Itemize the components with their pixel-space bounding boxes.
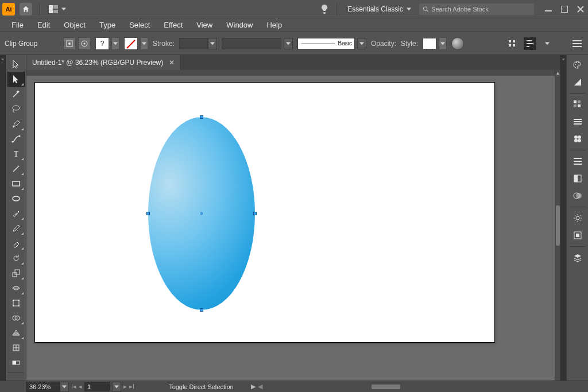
anchor-bottom[interactable]: [200, 308, 203, 312]
curvature-tool[interactable]: [8, 132, 24, 146]
close-button[interactable]: [575, 4, 586, 14]
stroke-swatch-none[interactable]: [124, 37, 138, 50]
home-button[interactable]: [20, 3, 32, 15]
color-panel[interactable]: [570, 57, 586, 72]
var-width-profile[interactable]: [222, 38, 293, 49]
artboard-number-input[interactable]: 1: [84, 382, 110, 391]
transform-chevron[interactable]: [541, 37, 554, 50]
menu-select[interactable]: Select: [122, 19, 157, 31]
maximize-button[interactable]: [559, 4, 570, 14]
fill-control[interactable]: ?: [95, 37, 119, 50]
document-tab[interactable]: Untitled-1* @ 36.23% (RGB/GPU Preview) ✕: [26, 55, 181, 70]
svg-rect-21: [15, 270, 20, 274]
status-tooltip: Toggle Direct Selection: [169, 383, 234, 390]
workspace-switcher[interactable]: Essentials Classic: [344, 4, 415, 14]
recolor-artwork-button[interactable]: [451, 37, 464, 50]
arrange-documents-button[interactable]: [47, 4, 68, 14]
type-tool[interactable]: T: [8, 147, 24, 161]
window-controls: [543, 4, 586, 14]
stroke-weight-input[interactable]: [179, 38, 217, 49]
graphic-style-control[interactable]: [423, 37, 447, 50]
rectangle-tool[interactable]: [8, 177, 24, 191]
transparency-panel[interactable]: [570, 188, 586, 203]
free-transform-tool[interactable]: [8, 296, 24, 310]
rotate-tool[interactable]: [8, 251, 24, 265]
brush-definition[interactable]: Basic: [297, 38, 366, 49]
pencil-tool[interactable]: [8, 222, 24, 235]
perspective-tool[interactable]: [8, 326, 24, 340]
menu-object[interactable]: Object: [57, 19, 92, 31]
canvas[interactable]: ▲: [26, 70, 560, 381]
stock-search[interactable]: [419, 3, 534, 15]
status-chevrons[interactable]: ▶◀: [251, 383, 262, 390]
horizontal-scroll-thumb[interactable]: [372, 385, 400, 389]
anchor-left[interactable]: [146, 212, 150, 215]
edit-contents-button[interactable]: [63, 37, 76, 50]
nav-first-icon[interactable]: I◂: [71, 383, 76, 390]
width-tool[interactable]: [8, 281, 24, 295]
gradient-tool[interactable]: [8, 356, 24, 370]
menu-file[interactable]: File: [5, 19, 30, 31]
artboard-chevron[interactable]: [112, 382, 121, 392]
selection-tool[interactable]: [8, 57, 24, 71]
left-dock-collapse[interactable]: »: [0, 55, 6, 381]
stock-search-input[interactable]: [431, 6, 531, 13]
appearance-panel[interactable]: [570, 211, 586, 226]
artboard[interactable]: [35, 83, 494, 342]
shape-builder-tool[interactable]: [8, 311, 24, 325]
stroke-panel[interactable]: [570, 154, 586, 169]
panel-menu-button[interactable]: [571, 37, 583, 50]
anchor-center[interactable]: [200, 212, 203, 215]
ellipse-tool[interactable]: [8, 192, 24, 205]
pen-tool[interactable]: [8, 117, 24, 131]
transform-button[interactable]: [524, 37, 536, 50]
magic-wand-tool[interactable]: [8, 87, 24, 101]
nav-next-icon[interactable]: ▸: [123, 383, 127, 390]
anchor-right[interactable]: [253, 212, 257, 215]
scroll-thumb[interactable]: [556, 205, 560, 246]
canvas-ruler-gutter: [26, 70, 555, 76]
gradient-panel[interactable]: [570, 171, 586, 186]
menu-window[interactable]: Window: [219, 19, 260, 31]
right-dock-collapse[interactable]: «: [560, 55, 566, 381]
menu-view[interactable]: View: [189, 19, 219, 31]
vertical-scrollbar[interactable]: ▲: [555, 70, 560, 381]
svg-point-19: [13, 196, 20, 201]
menu-type[interactable]: Type: [92, 19, 122, 31]
fill-swatch[interactable]: ?: [95, 37, 109, 50]
minimize-button[interactable]: [543, 4, 554, 14]
brushes-panel[interactable]: [570, 114, 586, 129]
zoom-display[interactable]: 36.23%: [26, 382, 60, 392]
menu-help[interactable]: Help: [260, 19, 289, 31]
anchor-top[interactable]: [200, 115, 203, 119]
swatches-panel[interactable]: [570, 97, 586, 112]
align-button[interactable]: [506, 37, 519, 50]
discover-icon[interactable]: [319, 4, 330, 14]
lasso-tool[interactable]: [8, 102, 24, 116]
graphic-styles-panel[interactable]: [570, 228, 586, 243]
direct-selection-tool[interactable]: [8, 72, 24, 86]
workspace: » T Untitled-1* @ 36.23% (RGB/GPU Previe…: [0, 55, 588, 381]
nav-prev-icon[interactable]: ◂: [79, 383, 82, 390]
svg-rect-36: [578, 100, 581, 103]
stroke-control[interactable]: [124, 37, 148, 50]
nav-last-icon[interactable]: ▸I: [129, 383, 134, 390]
mesh-tool[interactable]: [8, 341, 24, 355]
style-swatch[interactable]: [423, 38, 436, 49]
scale-tool[interactable]: [8, 266, 24, 280]
brush-basic[interactable]: Basic: [297, 38, 355, 49]
close-tab-icon[interactable]: ✕: [169, 59, 175, 67]
isolate-mask-button[interactable]: [78, 37, 91, 50]
svg-rect-35: [574, 100, 577, 103]
zoom-chevron[interactable]: [60, 382, 69, 392]
color-guide-panel[interactable]: [570, 75, 586, 90]
symbols-panel[interactable]: [570, 131, 586, 146]
line-tool[interactable]: [8, 162, 24, 176]
menu-edit[interactable]: Edit: [30, 19, 57, 31]
scroll-up-arrow[interactable]: ▲: [555, 70, 560, 76]
artboard-nav: I◂ ◂ 1 ▸ ▸I: [71, 382, 134, 392]
eraser-tool[interactable]: [8, 236, 24, 250]
paintbrush-tool[interactable]: [8, 207, 24, 220]
layers-panel[interactable]: [570, 250, 586, 265]
menu-effect[interactable]: Effect: [157, 19, 189, 31]
